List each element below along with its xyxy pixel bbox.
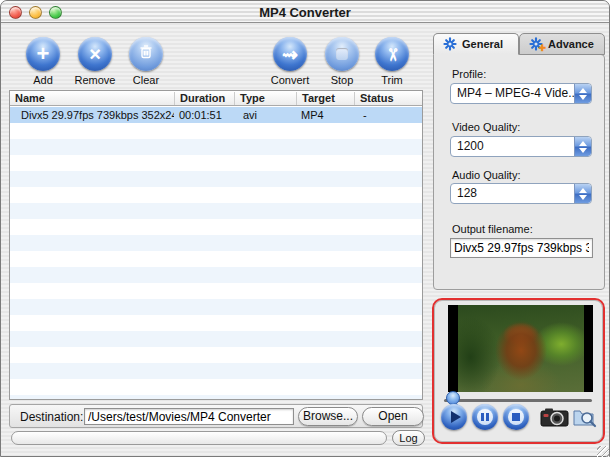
video-quality-label: Video Quality: — [452, 121, 520, 133]
gear-icon — [443, 37, 457, 51]
profile-label: Profile: — [452, 68, 486, 80]
column-header-target[interactable]: Target — [296, 92, 354, 105]
tab-general[interactable]: General — [433, 33, 519, 55]
add-button[interactable]: + Add — [17, 37, 69, 86]
stop-icon — [336, 48, 348, 60]
preview-panel — [432, 298, 605, 444]
output-filename-input[interactable] — [450, 238, 593, 258]
progress-bar — [11, 431, 387, 445]
tab-advance-label: Advance — [548, 38, 594, 50]
video-preview-image — [458, 305, 584, 392]
audio-quality-label: Audio Quality: — [452, 169, 520, 181]
row-name: Divx5 29.97fps 739kbps 352x240 a — [16, 109, 174, 121]
play-icon — [451, 411, 461, 423]
stop-button[interactable]: Stop — [316, 37, 368, 86]
add-button-label: Add — [17, 74, 69, 86]
stepper-icon[interactable] — [574, 84, 591, 103]
audio-quality-value: 128 — [457, 186, 477, 200]
file-list-body: Divx5 29.97fps 739kbps 352x240 a 00:01:5… — [10, 107, 422, 399]
video-quality-value: 1200 — [457, 139, 484, 153]
row-type: avi — [238, 109, 300, 121]
convert-icon: ⇝ — [282, 45, 298, 64]
app-window: MP4 Converter + Add × Remove Clear ⇝ Con… — [0, 0, 610, 457]
stepper-icon[interactable] — [574, 137, 591, 156]
window-title: MP4 Converter — [1, 5, 609, 20]
stepper-icon[interactable] — [574, 184, 591, 203]
trim-button[interactable]: ✂ Trim — [366, 37, 418, 86]
pause-button[interactable] — [472, 404, 498, 430]
stop-playback-icon — [508, 409, 524, 425]
stop-button-label: Stop — [316, 74, 368, 86]
destination-label: Destination: — [20, 410, 83, 424]
file-list: Name Duration Type Target Status Divx5 2… — [9, 90, 423, 400]
camera-icon — [540, 407, 570, 428]
log-button[interactable]: Log — [392, 430, 425, 446]
destination-bar: Destination: Browse... Open — [9, 404, 423, 428]
destination-input[interactable] — [84, 408, 294, 425]
video-screen — [448, 305, 593, 392]
profile-select[interactable]: MP4 – MPEG-4 Vide... — [450, 83, 592, 104]
convert-button-label: Convert — [264, 74, 316, 86]
column-header-duration[interactable]: Duration — [174, 92, 234, 105]
browse-output-button[interactable] — [573, 407, 597, 432]
gear-plus-icon: ✚ — [529, 37, 543, 51]
trim-button-label: Trim — [366, 74, 418, 86]
scissors-icon: ✂ — [384, 47, 401, 61]
seek-slider-thumb[interactable] — [446, 391, 460, 405]
column-header-name[interactable]: Name — [10, 92, 174, 105]
seek-slider-track[interactable] — [444, 399, 592, 402]
remove-button-label: Remove — [69, 74, 121, 86]
tab-general-label: General — [462, 38, 503, 50]
open-button[interactable]: Open — [362, 407, 424, 426]
column-header-status[interactable]: Status — [354, 92, 424, 105]
stop-playback-button[interactable] — [503, 404, 529, 430]
remove-button[interactable]: × Remove — [69, 37, 121, 86]
column-header-type[interactable]: Type — [234, 92, 296, 105]
general-settings-panel: Profile: MP4 – MPEG-4 Vide... Video Qual… — [433, 54, 605, 290]
tab-advance[interactable]: ✚ Advance — [519, 33, 605, 55]
remove-icon: × — [89, 44, 101, 64]
profile-value: MP4 – MPEG-4 Vide... — [457, 86, 578, 100]
convert-button[interactable]: ⇝ Convert — [264, 37, 316, 86]
output-filename-label: Output filename: — [452, 223, 533, 235]
browse-button[interactable]: Browse... — [298, 407, 358, 426]
audio-quality-select[interactable]: 128 — [450, 183, 592, 204]
video-quality-select[interactable]: 1200 — [450, 136, 592, 157]
play-button[interactable] — [441, 404, 467, 430]
trash-icon — [138, 44, 154, 64]
title-bar: MP4 Converter — [1, 1, 609, 23]
snapshot-button[interactable] — [540, 407, 570, 432]
folder-search-icon — [573, 407, 597, 428]
clear-button[interactable]: Clear — [120, 37, 172, 86]
add-icon: + — [37, 43, 50, 65]
pause-icon — [477, 409, 493, 425]
clear-button-label: Clear — [120, 74, 172, 86]
row-target: MP4 — [296, 109, 354, 121]
row-duration: 00:01:51 — [174, 109, 234, 121]
file-list-header: Name Duration Type Target Status — [10, 91, 422, 106]
resize-grip[interactable] — [597, 446, 609, 457]
row-status: - — [358, 109, 422, 121]
table-row[interactable]: Divx5 29.97fps 739kbps 352x240 a 00:01:5… — [10, 107, 422, 123]
